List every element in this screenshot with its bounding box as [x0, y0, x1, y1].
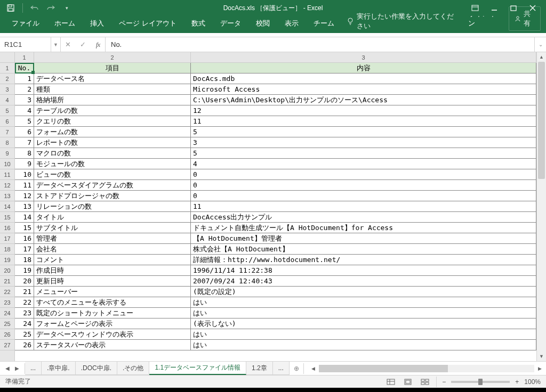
cell-item[interactable]: フォームとページの表示 [34, 318, 191, 329]
row-header[interactable]: 27 [0, 340, 14, 350]
header-cell-item[interactable]: 項目 [34, 63, 191, 73]
scroll-thumb[interactable] [319, 365, 448, 372]
tab-review[interactable]: 校閲 [248, 15, 277, 33]
cell-item[interactable]: ビューの数 [34, 169, 191, 179]
sheet-tab[interactable]: .DOC中扉. [76, 362, 117, 375]
sheet-tab[interactable]: 1.2章 [246, 362, 273, 375]
cell-no[interactable]: 17 [15, 244, 34, 254]
cell-value[interactable]: 3 [191, 137, 536, 148]
sheet-tab-active[interactable]: 1.1データベースファイル情報 [149, 362, 246, 375]
qat-customize-icon[interactable]: ▾ [62, 4, 71, 12]
scroll-thumb[interactable] [538, 62, 545, 179]
cell-item[interactable]: サブタイトル [34, 223, 191, 233]
tell-me-search[interactable]: 実行したい作業を入力してください [342, 12, 463, 33]
vertical-scrollbar[interactable]: ▲ ▼ [536, 52, 546, 361]
cell-value[interactable]: 【A HotDocument】管理者 [191, 233, 536, 243]
cell-no[interactable]: 24 [15, 318, 34, 329]
zoom-slider[interactable] [451, 381, 510, 383]
row-header[interactable]: 14 [0, 201, 14, 212]
scroll-track[interactable] [319, 365, 534, 372]
header-cell-value[interactable]: 内容 [191, 63, 536, 73]
new-sheet-icon[interactable]: ⊕ [290, 365, 303, 372]
cell-no[interactable]: 11 [15, 180, 34, 190]
cell-no[interactable]: 23 [15, 308, 34, 318]
cell-no[interactable]: 1 [15, 74, 34, 84]
row-header[interactable]: 20 [0, 265, 14, 276]
cell-item[interactable]: テーブルの数 [34, 105, 191, 116]
cell-item[interactable]: タイトル [34, 212, 191, 222]
column-header[interactable]: 2 [34, 52, 191, 62]
row-header[interactable]: 25 [0, 318, 14, 329]
share-button[interactable]: 共有 [509, 6, 541, 31]
cell-no[interactable]: 7 [15, 137, 34, 148]
row-header[interactable]: 7 [0, 127, 14, 137]
cell-item[interactable]: リレーションの数 [34, 201, 191, 211]
page-break-view-icon[interactable] [419, 377, 431, 387]
row-header[interactable]: 15 [0, 212, 14, 223]
cell-value[interactable]: 1996/11/14 11:22:38 [191, 265, 536, 275]
cancel-formula-icon[interactable]: ✕ [61, 37, 76, 52]
row-header[interactable]: 13 [0, 191, 14, 201]
cell-item[interactable]: 作成日時 [34, 265, 191, 275]
cell-no[interactable]: 25 [15, 329, 34, 339]
cell-no[interactable]: 14 [15, 212, 34, 222]
header-cell-no[interactable]: No. [15, 63, 34, 73]
sheet-tab-overflow[interactable]: ... [25, 362, 42, 375]
cell-item[interactable]: フォームの数 [34, 127, 191, 137]
tab-formulas[interactable]: 数式 [184, 15, 213, 33]
cell-value[interactable]: 5 [191, 148, 536, 158]
cell-item[interactable]: 種類 [34, 84, 191, 94]
cell-item[interactable]: モジュールの数 [34, 159, 191, 169]
row-header[interactable]: 24 [0, 308, 14, 318]
row-header[interactable]: 12 [0, 180, 14, 191]
zoom-out-button[interactable]: − [442, 378, 446, 386]
cell-no[interactable]: 10 [15, 169, 34, 179]
scroll-up-icon[interactable]: ▲ [537, 52, 546, 62]
tab-file[interactable]: ファイル [4, 15, 47, 33]
cell-item[interactable]: ステータスバーの表示 [34, 340, 191, 350]
sheet-tab[interactable]: .章中扉. [42, 362, 76, 375]
enter-formula-icon[interactable]: ✓ [76, 37, 91, 52]
normal-view-icon[interactable] [385, 377, 397, 387]
cell-item[interactable]: データベースウィンドウの表示 [34, 329, 191, 339]
ribbon-display-icon[interactable] [471, 4, 479, 12]
cell-value[interactable]: はい [191, 308, 536, 318]
row-header[interactable]: 4 [0, 95, 14, 105]
cell-value[interactable]: 5 [191, 127, 536, 137]
row-header[interactable]: 19 [0, 255, 14, 265]
cell-value[interactable]: 0 [191, 180, 536, 190]
row-header[interactable]: 11 [0, 169, 14, 180]
cell-no[interactable]: 15 [15, 223, 34, 233]
cell-item[interactable]: 会社名 [34, 244, 191, 254]
formula-input[interactable]: No. [106, 40, 534, 48]
minimize-icon[interactable] [491, 4, 498, 12]
row-header[interactable]: 5 [0, 105, 14, 116]
save-icon[interactable] [6, 4, 15, 12]
cell-value[interactable]: DocAccess出力サンプル [191, 212, 536, 222]
zoom-in-button[interactable]: + [515, 378, 519, 386]
tab-team[interactable]: チーム [306, 15, 342, 33]
cell-item[interactable]: ストアドプロシージャの数 [34, 191, 191, 201]
cell-no[interactable]: 13 [15, 201, 34, 211]
cell-item[interactable]: 管理者 [34, 233, 191, 243]
scroll-right-icon[interactable]: ▶ [535, 366, 544, 371]
row-header[interactable]: 8 [0, 137, 14, 148]
row-header[interactable]: 2 [0, 74, 14, 84]
tab-insert[interactable]: 挿入 [83, 15, 111, 33]
cell-value[interactable]: はい [191, 297, 536, 307]
cell-value[interactable]: 0 [191, 169, 536, 179]
cell-value[interactable]: 11 [191, 116, 536, 126]
cell-no[interactable]: 5 [15, 116, 34, 126]
cell-no[interactable]: 22 [15, 297, 34, 307]
cell-no[interactable]: 19 [15, 265, 34, 275]
expand-formula-bar-icon[interactable]: ⌄ [534, 37, 546, 52]
cell-item[interactable]: レポートの数 [34, 137, 191, 148]
cell-item[interactable]: コメント [34, 255, 191, 265]
row-header[interactable]: 23 [0, 297, 14, 308]
tab-home[interactable]: ホーム [47, 15, 83, 33]
cell-no[interactable]: 26 [15, 340, 34, 350]
select-all-corner[interactable] [0, 52, 14, 63]
cell-value[interactable]: ドキュメント自動生成ツール【A HotDocument】for Access [191, 223, 536, 233]
horizontal-scrollbar[interactable]: ◀ ▶ [304, 365, 546, 372]
cell-no[interactable]: 12 [15, 191, 34, 201]
